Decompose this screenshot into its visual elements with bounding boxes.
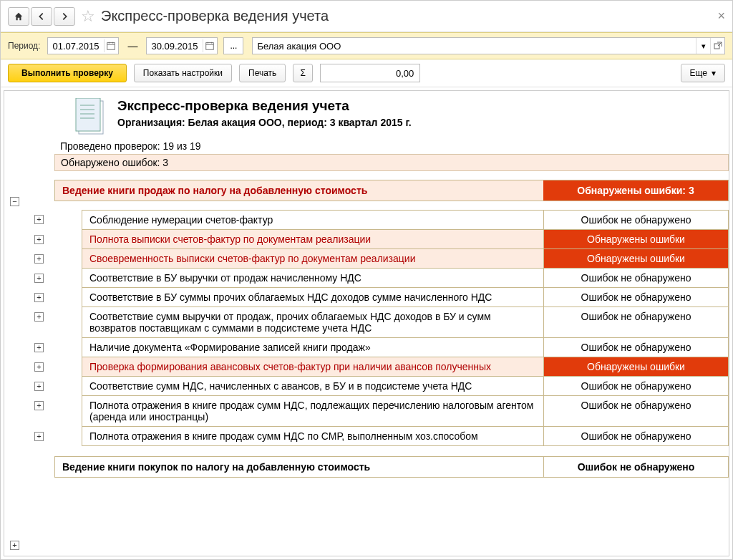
check-item-status: Ошибок не обнаружено <box>543 211 728 229</box>
check-item-title: Соответствие в БУ суммы прочих облагаемы… <box>82 288 543 306</box>
expand-toggle[interactable]: − <box>10 197 19 206</box>
expand-toggle[interactable]: + <box>34 274 44 283</box>
check-item-title: Соответствие сумм НДС, начисленных с ава… <box>82 377 543 395</box>
forward-button[interactable] <box>54 7 75 26</box>
date-to-field[interactable] <box>146 37 218 54</box>
more-button[interactable]: Еще ▾ <box>681 64 725 82</box>
home-button[interactable] <box>8 7 29 26</box>
check-item-row[interactable]: Проверка формирования авансовых счетов-ф… <box>82 357 729 377</box>
titlebar: ☆ Экспресс-проверка ведения учета × <box>1 1 732 32</box>
section-purchase-book[interactable]: Ведение книги покупок по налогу на добав… <box>54 456 729 478</box>
expand-toggle[interactable]: + <box>34 254 44 264</box>
home-icon <box>14 11 24 21</box>
check-item-title: Проверка формирования авансовых счетов-ф… <box>82 357 543 376</box>
check-items-list: Соблюдение нумерации счетов-фактурОшибок… <box>4 210 729 446</box>
check-item-status: Обнаружены ошибки <box>543 230 728 248</box>
check-item-title: Полнота выписки счетов-фактур по докумен… <box>82 230 543 248</box>
expand-toggle[interactable]: + <box>34 382 44 391</box>
errors-found-row: Обнаружено ошибок: 3 <box>54 154 729 171</box>
sum-field[interactable] <box>320 64 420 82</box>
check-item-status: Ошибок не обнаружено <box>543 269 728 287</box>
params-bar: Период: — ... ▾ <box>1 32 732 59</box>
app-window: ☆ Экспресс-проверка ведения учета × Пери… <box>0 0 733 560</box>
svg-rect-4 <box>206 43 214 50</box>
calendar-to-button[interactable] <box>203 39 215 52</box>
expand-toggle[interactable]: + <box>34 343 44 352</box>
check-item-title: Соответствие в БУ выручки от продаж начи… <box>82 269 543 287</box>
check-item-status: Ошибок не обнаружено <box>543 288 728 306</box>
arrow-right-icon <box>59 11 69 21</box>
date-dash: — <box>127 40 137 52</box>
date-from-field[interactable] <box>47 37 119 54</box>
svg-rect-11 <box>76 98 100 131</box>
date-to-input[interactable] <box>151 41 203 52</box>
calendar-icon <box>205 41 215 51</box>
org-dropdown-button[interactable]: ▾ <box>696 38 710 54</box>
checks-done-row: Проведено проверок: 19 из 19 <box>54 138 729 154</box>
check-item-row[interactable]: Своевременность выписки счетов-фактур по… <box>82 249 729 269</box>
chevron-down-icon: ▾ <box>712 68 716 78</box>
period-label: Период: <box>8 41 40 51</box>
check-item-row[interactable]: Полнота отражения в книге продаж сумм НД… <box>82 427 729 446</box>
show-settings-button[interactable]: Показать настройки <box>134 64 232 82</box>
section-status: Ошибок не обнаружено <box>543 457 728 477</box>
check-item-status: Обнаружены ошибки <box>543 357 728 376</box>
action-bar: Выполнить проверку Показать настройки Пе… <box>1 59 732 87</box>
check-item-title: Полнота отражения в книге продаж сумм НД… <box>82 396 543 426</box>
calendar-from-button[interactable] <box>104 39 117 52</box>
report-document-icon <box>74 98 109 137</box>
expand-toggle[interactable]: + <box>34 432 44 441</box>
run-check-button[interactable]: Выполнить проверку <box>8 64 127 82</box>
svg-rect-8 <box>714 44 719 49</box>
expand-toggle[interactable]: + <box>34 235 44 244</box>
check-item-status: Ошибок не обнаружено <box>543 377 728 395</box>
close-icon[interactable]: × <box>717 9 725 24</box>
open-external-icon <box>714 42 722 50</box>
date-from-input[interactable] <box>52 41 104 52</box>
check-item-row[interactable]: Соответствие в БУ выручки от продаж начи… <box>82 269 729 288</box>
check-item-row[interactable]: Полнота отражения в книге продаж сумм НД… <box>82 396 729 427</box>
favorite-star-icon[interactable]: ☆ <box>81 7 95 26</box>
check-item-row[interactable]: Соответствие сумм выручки от продаж, про… <box>82 307 729 338</box>
back-button[interactable] <box>31 7 52 26</box>
expand-toggle[interactable]: + <box>34 215 44 224</box>
expand-toggle[interactable]: + <box>10 541 19 550</box>
expand-toggle[interactable]: + <box>34 362 44 372</box>
window-title: Экспресс-проверка ведения учета <box>101 8 329 24</box>
org-open-button[interactable] <box>710 38 724 54</box>
report-subtitle: Организация: Белая акация ООО, период: 3… <box>117 117 412 128</box>
expand-toggle[interactable]: + <box>34 401 44 410</box>
calendar-icon <box>106 41 116 51</box>
more-label: Еще <box>690 68 707 78</box>
expand-toggle[interactable]: + <box>34 312 44 322</box>
check-item-row[interactable]: Наличие документа «Формирование записей … <box>82 338 729 357</box>
report-area[interactable]: Экспресс-проверка ведения учета Организа… <box>1 87 732 559</box>
print-button[interactable]: Печать <box>239 64 286 82</box>
sum-button[interactable]: Σ <box>293 64 313 82</box>
org-input[interactable] <box>253 41 696 52</box>
svg-rect-0 <box>107 43 115 50</box>
check-item-title: Соответствие сумм выручки от продаж, про… <box>82 307 543 337</box>
report-title: Экспресс-проверка ведения учета <box>117 98 412 114</box>
check-item-status: Ошибок не обнаружено <box>543 427 728 445</box>
period-choose-button[interactable]: ... <box>223 37 243 54</box>
check-item-title: Наличие документа «Формирование записей … <box>82 338 543 357</box>
check-item-row[interactable]: Соответствие в БУ суммы прочих облагаемы… <box>82 288 729 307</box>
check-item-title: Своевременность выписки счетов-фактур по… <box>82 249 543 268</box>
check-item-row[interactable]: Соблюдение нумерации счетов-фактурОшибок… <box>82 210 729 230</box>
org-field[interactable]: ▾ <box>252 37 725 54</box>
section-sales-book[interactable]: Ведение книги продаж по налогу на добавл… <box>54 180 729 201</box>
check-item-status: Ошибок не обнаружено <box>543 307 728 337</box>
section-status: Обнаружены ошибки: 3 <box>543 180 728 201</box>
section-title: Ведение книги покупок по налогу на добав… <box>55 457 543 477</box>
section-title: Ведение книги продаж по налогу на добавл… <box>55 180 543 201</box>
expand-toggle[interactable]: + <box>34 293 44 302</box>
check-item-title: Соблюдение нумерации счетов-фактур <box>82 211 543 229</box>
arrow-left-icon <box>37 11 47 21</box>
check-item-status: Обнаружены ошибки <box>543 249 728 268</box>
check-item-row[interactable]: Соответствие сумм НДС, начисленных с ава… <box>82 377 729 396</box>
check-item-status: Ошибок не обнаружено <box>543 396 728 426</box>
check-item-title: Полнота отражения в книге продаж сумм НД… <box>82 427 543 445</box>
check-item-status: Ошибок не обнаружено <box>543 338 728 357</box>
check-item-row[interactable]: Полнота выписки счетов-фактур по докумен… <box>82 230 729 249</box>
